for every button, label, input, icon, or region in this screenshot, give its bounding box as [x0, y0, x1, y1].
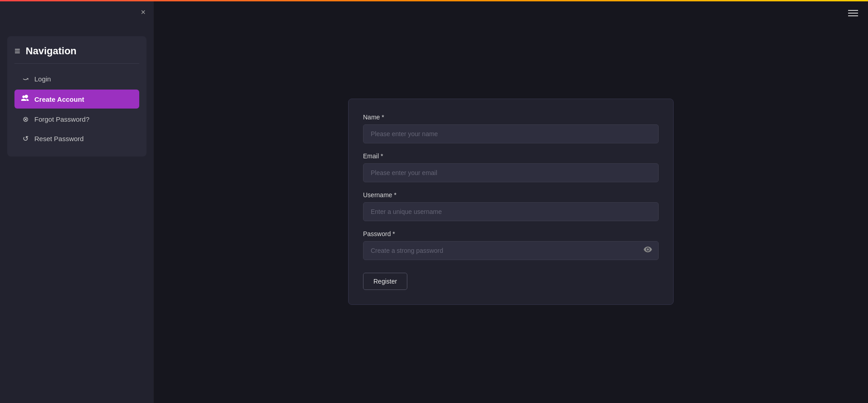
- name-input[interactable]: [363, 124, 659, 143]
- nav-icon: ≡: [14, 45, 20, 57]
- username-input[interactable]: [363, 202, 659, 221]
- email-label: Email *: [363, 152, 659, 160]
- nav-items: ⤻ Login Create Account ⊗ Forgot Password…: [14, 70, 139, 147]
- username-label: Username *: [363, 191, 659, 199]
- sidebar-item-reset-password[interactable]: ↺ Reset Password: [14, 130, 139, 147]
- name-label: Name *: [363, 114, 659, 121]
- nav-title: Navigation: [26, 45, 76, 57]
- sidebar-item-label: Forgot Password?: [34, 115, 90, 123]
- top-gradient-bar: [0, 0, 868, 1]
- password-label: Password *: [363, 230, 659, 237]
- hamburger-line: [848, 10, 858, 11]
- email-field-group: Email *: [363, 152, 659, 182]
- hamburger-line: [848, 15, 858, 16]
- main-content: Name * Email * Username * Password * Reg…: [154, 0, 868, 403]
- sidebar: × ≡ Navigation ⤻ Login Create Account ⊗ …: [0, 0, 154, 403]
- username-field-group: Username *: [363, 191, 659, 221]
- reset-password-icon: ↺: [21, 134, 30, 143]
- sidebar-item-create-account[interactable]: Create Account: [14, 90, 139, 109]
- password-input[interactable]: [363, 241, 659, 260]
- login-icon: ⤻: [21, 75, 30, 83]
- sidebar-item-forgot-password[interactable]: ⊗ Forgot Password?: [14, 110, 139, 128]
- sidebar-item-login[interactable]: ⤻ Login: [14, 70, 139, 88]
- close-button[interactable]: ×: [141, 8, 146, 16]
- password-field-group: Password *: [363, 230, 659, 260]
- sidebar-item-label: Login: [34, 75, 51, 83]
- hamburger-line: [848, 13, 858, 14]
- hamburger-button[interactable]: [848, 10, 858, 16]
- create-account-icon: [21, 94, 30, 104]
- email-input[interactable]: [363, 163, 659, 182]
- nav-header: ≡ Navigation: [14, 45, 139, 64]
- registration-form-card: Name * Email * Username * Password * Reg…: [348, 99, 674, 305]
- toggle-password-icon[interactable]: [643, 245, 652, 256]
- password-wrapper: [363, 241, 659, 260]
- name-field-group: Name *: [363, 114, 659, 143]
- sidebar-item-label: Reset Password: [34, 135, 84, 142]
- sidebar-item-label: Create Account: [34, 95, 84, 103]
- nav-panel: ≡ Navigation ⤻ Login Create Account ⊗ Fo…: [7, 36, 146, 156]
- register-button[interactable]: Register: [363, 273, 407, 290]
- forgot-password-icon: ⊗: [21, 115, 30, 123]
